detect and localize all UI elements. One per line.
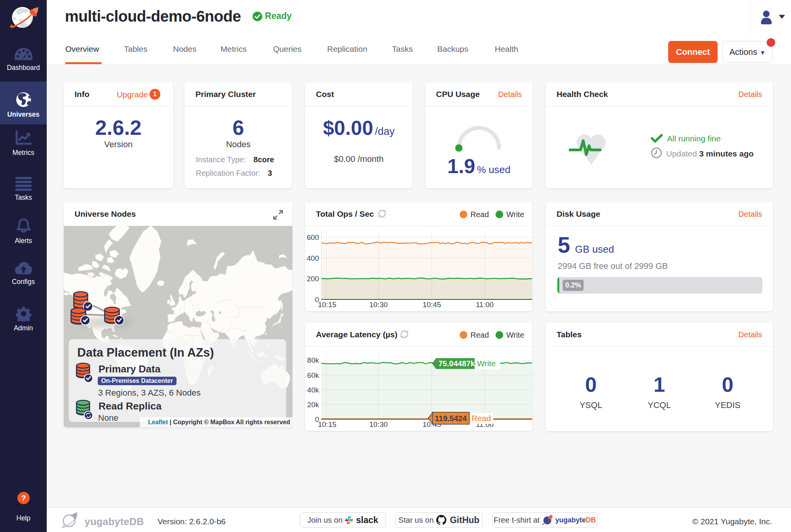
svg-text:75.04487k: 75.04487k (438, 359, 475, 368)
svg-text:60k: 60k (307, 371, 319, 379)
svg-text:11:00: 11:00 (476, 301, 494, 309)
svg-text:400: 400 (307, 254, 319, 262)
svg-text:200: 200 (307, 275, 319, 283)
svg-text:10:15: 10:15 (318, 420, 336, 428)
svg-text:Write: Write (477, 359, 496, 368)
svg-text:Read: Read (472, 414, 491, 423)
svg-text:20k: 20k (307, 401, 319, 409)
svg-text:119.5424: 119.5424 (435, 414, 467, 423)
svg-text:80k: 80k (307, 356, 319, 364)
svg-text:?: ? (21, 494, 25, 502)
svg-text:40k: 40k (307, 386, 319, 394)
svg-text:10:45: 10:45 (423, 301, 441, 309)
svg-text:10:30: 10:30 (369, 420, 388, 428)
svg-text:10:30: 10:30 (369, 301, 388, 309)
svg-text:10:15: 10:15 (318, 301, 336, 309)
svg-text:600: 600 (307, 233, 319, 241)
